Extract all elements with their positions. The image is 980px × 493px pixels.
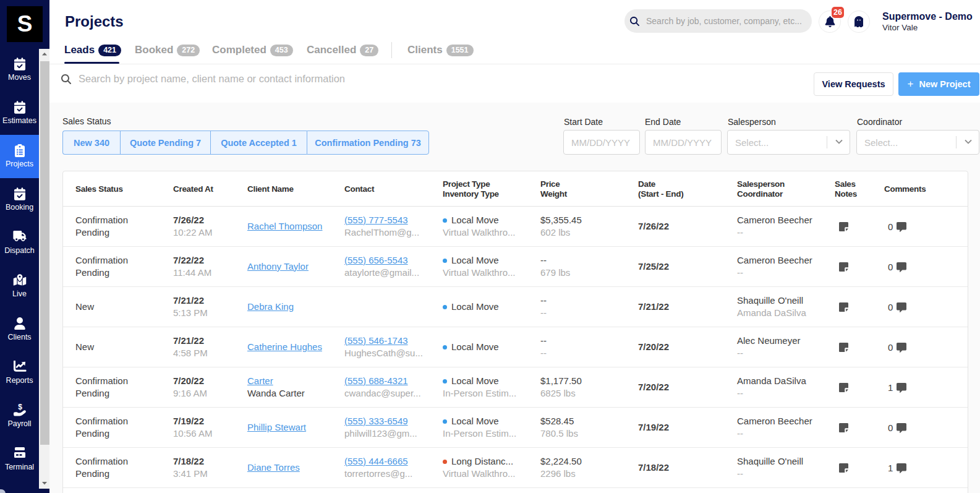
- svg-text:$: $: [18, 404, 22, 411]
